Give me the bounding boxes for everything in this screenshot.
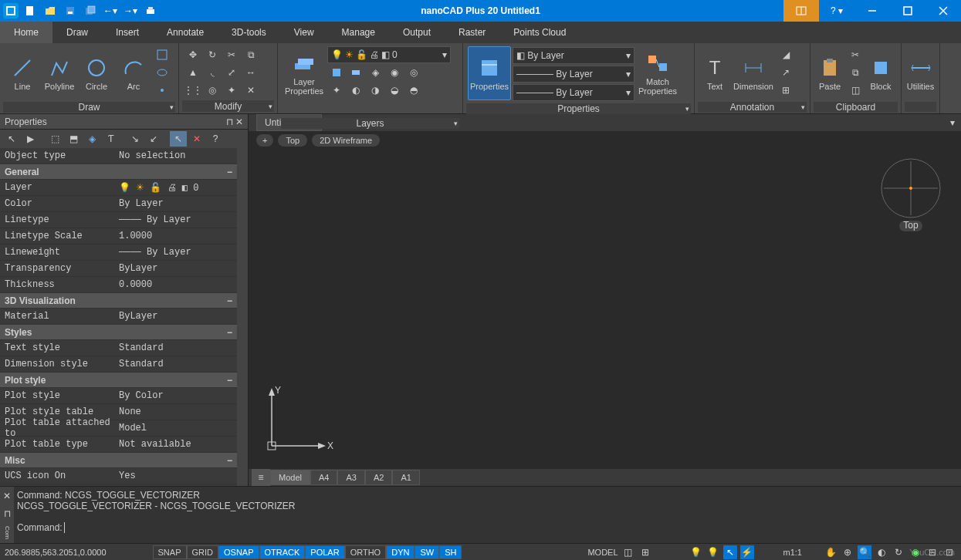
draw-tool-3[interactable] (153, 82, 171, 99)
tab-a2[interactable]: A2 (365, 470, 392, 485)
menu-output[interactable]: Output (389, 22, 445, 43)
ptool-6[interactable]: Ƭ (102, 131, 119, 147)
pin-icon[interactable]: ⊓ (226, 116, 233, 127)
prop-section-general[interactable]: General− (0, 164, 237, 180)
prop-row[interactable]: Layer💡 ☀ 🔓 🖨 ◧ 0 (0, 180, 237, 196)
text-button[interactable]: TText (699, 46, 730, 100)
save-all-icon[interactable] (82, 2, 99, 19)
properties-scrollbar[interactable] (237, 148, 248, 486)
ptool-9[interactable]: ↖ (170, 131, 187, 147)
ptool-2[interactable]: ▶ (22, 131, 39, 147)
tabs-dropdown-icon[interactable]: ▾ (950, 117, 961, 128)
toggle-sw[interactable]: SW (415, 545, 439, 559)
undo-icon[interactable]: ←▾ (102, 2, 119, 19)
ptool-10[interactable]: ✕ (188, 131, 205, 147)
maximize-button[interactable] (890, 0, 925, 22)
sb-tool-a[interactable]: ◐ (875, 545, 888, 559)
prop-row[interactable]: TransparencyByLayer (0, 261, 237, 277)
utilities-button[interactable]: Utilities (906, 46, 935, 100)
prop-row[interactable]: Dimension styleStandard (0, 356, 237, 373)
ptool-1[interactable]: ↖ (3, 131, 20, 147)
cut-icon[interactable]: ✂ (846, 46, 865, 63)
prop-row[interactable]: Thickness0.0000 (0, 277, 237, 293)
view-top-button[interactable]: Top (278, 134, 307, 147)
menu-manage[interactable]: Manage (328, 22, 389, 43)
linetype-dropdown[interactable]: ———— By Layer▾ (513, 66, 634, 83)
offset-icon[interactable]: ◎ (203, 82, 222, 99)
lineweight-dropdown[interactable]: ———— By Layer▾ (513, 84, 634, 101)
scale-readout[interactable]: m1:1 (783, 548, 802, 557)
drawing-canvas[interactable]: Y X Top (249, 150, 961, 469)
ptool-7[interactable]: ↘ (127, 131, 144, 147)
copy-icon[interactable]: ⧉ (242, 46, 260, 63)
layer-tool-1[interactable] (327, 64, 346, 81)
menu-pointscloud[interactable]: Points Cloud (499, 22, 580, 43)
copy-clip-icon[interactable]: ⧉ (846, 64, 865, 81)
menu-draw[interactable]: Draw (52, 22, 102, 43)
toggle-otrack[interactable]: OTRACK (259, 545, 306, 559)
tab-a4[interactable]: A4 (310, 470, 337, 485)
redo-icon[interactable]: →▾ (122, 2, 139, 19)
color-dropdown[interactable]: ◧ By Layer▾ (513, 47, 634, 64)
menu-view[interactable]: View (280, 22, 328, 43)
close-button[interactable] (925, 0, 961, 22)
layer-tool-7[interactable]: ◐ (347, 82, 365, 99)
ptool-8[interactable]: ↙ (145, 131, 162, 147)
sb-bulb1-icon[interactable]: 💡 (689, 545, 703, 559)
layer-tool-5[interactable]: ◎ (404, 64, 423, 81)
annot-tool-3[interactable]: ⊞ (777, 82, 795, 99)
circle-button[interactable]: Circle (79, 46, 114, 100)
prop-row[interactable]: Plot table attached toModel (0, 420, 237, 437)
draw-tool-2[interactable] (153, 64, 171, 81)
stretch-icon[interactable]: ↔ (242, 64, 260, 81)
clip-tool-3[interactable]: ◫ (846, 82, 865, 99)
toggle-snap[interactable]: SNAP (153, 545, 187, 559)
prop-row[interactable]: UCS icon OnYes (0, 468, 237, 484)
layer-tool-6[interactable]: ✦ (327, 82, 346, 99)
dimension-button[interactable]: Dimension (732, 46, 775, 100)
layer-tool-8[interactable]: ◑ (366, 82, 384, 99)
minimize-button[interactable] (854, 0, 890, 22)
tab-a1[interactable]: A1 (392, 470, 419, 485)
trim-icon[interactable]: ✂ (222, 46, 241, 63)
prop-row[interactable]: Text styleStandard (0, 340, 237, 356)
model-space-indicator[interactable]: MODEL (587, 548, 618, 557)
layer-tool-3[interactable]: ◈ (366, 64, 384, 81)
layer-properties-button[interactable]: Layer Properties (283, 46, 326, 100)
sb-cursor-icon[interactable]: ↖ (723, 545, 737, 559)
menu-annotate[interactable]: Annotate (153, 22, 218, 43)
toggle-ortho[interactable]: ORTHO (345, 545, 387, 559)
menu-3dtools[interactable]: 3D-tools (218, 22, 280, 43)
pan-icon[interactable]: ✋ (824, 545, 837, 559)
prop-row[interactable]: MaterialByLayer (0, 309, 237, 325)
zoom-extents-icon[interactable]: ⊕ (841, 545, 854, 559)
prop-section-misc[interactable]: Misc− (0, 453, 237, 468)
line-button[interactable]: Line (5, 46, 40, 100)
rotate-icon[interactable]: ↻ (203, 46, 222, 63)
toggle-polar[interactable]: POLAR (305, 545, 344, 559)
zoom-window-icon[interactable]: 🔍 (858, 545, 871, 559)
sb-icon-2[interactable]: ⊞ (638, 545, 652, 559)
cmd-expand-icon[interactable]: ⊓ (4, 508, 11, 519)
panel-close-icon[interactable]: ✕ (235, 116, 243, 127)
tab-a3[interactable]: A3 (337, 470, 364, 485)
scale-icon[interactable]: ⤢ (222, 64, 241, 81)
layout-list-icon[interactable]: ≡ (252, 469, 270, 486)
move-icon[interactable]: ✥ (184, 46, 202, 63)
prop-row[interactable]: Plot styleBy Color (0, 388, 237, 404)
open-file-icon[interactable] (42, 2, 59, 19)
ptool-4[interactable]: ⬒ (65, 131, 82, 147)
toggle-osnap[interactable]: OSNAP (218, 545, 259, 559)
new-file-icon[interactable] (22, 2, 39, 19)
tab-model[interactable]: Model (270, 470, 310, 485)
prop-row[interactable]: ColorBy Layer (0, 196, 237, 212)
prop-row[interactable]: Linetype Scale1.0000 (0, 228, 237, 245)
ptool-3[interactable]: ⬚ (46, 131, 63, 147)
polyline-button[interactable]: Polyline (42, 46, 77, 100)
explode-icon[interactable]: ✦ (222, 82, 241, 99)
cmd-input[interactable] (64, 522, 66, 533)
menu-raster[interactable]: Raster (445, 22, 499, 43)
prop-section-styles[interactable]: Styles− (0, 325, 237, 340)
layer-tool-4[interactable]: ◉ (385, 64, 404, 81)
prop-section-3d-visualization[interactable]: 3D Visualization− (0, 293, 237, 309)
